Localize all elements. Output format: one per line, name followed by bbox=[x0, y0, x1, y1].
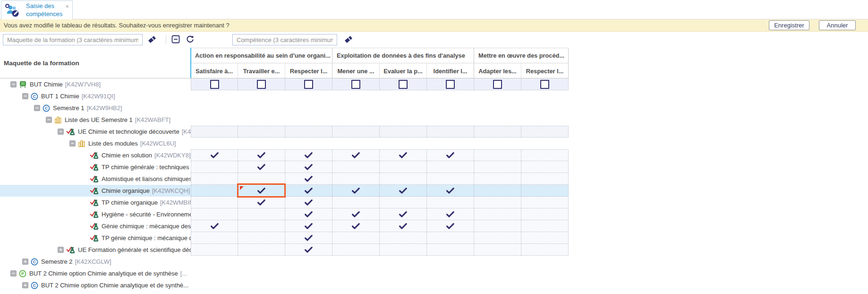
competency-cell[interactable] bbox=[191, 197, 238, 208]
refresh-icon[interactable] bbox=[186, 35, 195, 44]
competency-cell[interactable] bbox=[285, 173, 332, 185]
tree-item-liste-des-ue-semestre-1[interactable]: −Liste des UE Semestre 1[K42WABFT] bbox=[0, 114, 191, 126]
competency-checkbox[interactable] bbox=[257, 80, 266, 89]
competency-cell[interactable] bbox=[285, 197, 332, 208]
tree-item-tp-chimie-organique[interactable]: TP chimie organique[K42WMBIM] bbox=[0, 197, 191, 208]
competency-checkbox[interactable] bbox=[304, 80, 313, 89]
collapse-all-icon[interactable] bbox=[171, 35, 180, 43]
competency-cell[interactable] bbox=[474, 220, 521, 232]
competency-cell[interactable] bbox=[427, 126, 474, 138]
competency-cell[interactable] bbox=[380, 232, 427, 244]
competency-cell[interactable] bbox=[427, 244, 474, 256]
competency-cell[interactable] bbox=[521, 173, 569, 185]
competency-cell[interactable] bbox=[191, 185, 238, 197]
competency-cell[interactable] bbox=[427, 197, 474, 208]
competency-cell[interactable] bbox=[238, 197, 285, 208]
competency-cell[interactable] bbox=[332, 161, 380, 173]
tree-item-liste-des-modules[interactable]: −Liste des modules[K42WCL6U] bbox=[0, 138, 191, 149]
competency-cell[interactable] bbox=[285, 232, 332, 244]
competency-cell[interactable] bbox=[427, 232, 474, 244]
competency-cell[interactable] bbox=[191, 173, 238, 185]
competency-cell[interactable] bbox=[238, 149, 285, 161]
tree-item-semestre-1[interactable]: −CSemestre 1[K42W9HB2] bbox=[0, 102, 191, 114]
collapse-node-icon[interactable]: − bbox=[10, 81, 17, 87]
competency-cell[interactable] bbox=[191, 220, 238, 232]
competency-checkbox[interactable] bbox=[210, 80, 219, 89]
competency-cell[interactable] bbox=[238, 244, 285, 256]
competency-cell[interactable] bbox=[332, 173, 380, 185]
tree-item-ue-chimie-et-technologie-d-couverte[interactable]: −UE Chimie et technologie découverte[K42… bbox=[0, 126, 191, 138]
competency-cell[interactable] bbox=[285, 220, 332, 232]
competency-cell[interactable] bbox=[380, 244, 427, 256]
competency-cell[interactable] bbox=[238, 185, 285, 197]
competency-cell[interactable] bbox=[238, 232, 285, 244]
competency-cell[interactable] bbox=[332, 126, 380, 138]
competency-cell[interactable] bbox=[521, 78, 569, 90]
competency-checkbox[interactable] bbox=[351, 80, 360, 89]
tree-item-but-chimie[interactable]: −BUT Chimie[K42W7VH8] bbox=[0, 78, 191, 90]
cancel-button[interactable]: Annuler bbox=[819, 20, 856, 30]
competency-cell[interactable] bbox=[427, 220, 474, 232]
tree-item-hygi-ne-s-curit-environnement[interactable]: Hygiène - sécurité - Environnement[K... bbox=[0, 208, 191, 220]
competency-cell[interactable] bbox=[474, 197, 521, 208]
competency-cell[interactable] bbox=[380, 197, 427, 208]
competency-cell[interactable] bbox=[521, 126, 569, 138]
competency-cell[interactable] bbox=[427, 185, 474, 197]
competency-cell[interactable] bbox=[191, 126, 238, 138]
competency-cell[interactable] bbox=[332, 208, 380, 220]
competency-cell[interactable] bbox=[474, 149, 521, 161]
competency-cell[interactable] bbox=[238, 208, 285, 220]
tree-item-but-2-chimie-option-chimie-analytique-et[interactable]: +CBUT 2 Chimie option Chimie analytique … bbox=[0, 279, 191, 291]
tree-item-semestre-2[interactable]: +CSemestre 2[K42XCGLW] bbox=[0, 256, 191, 268]
tree-item-g-nie-chimique-m-canique-des-fluid[interactable]: Génie chimique : mécanique des fluid... bbox=[0, 220, 191, 232]
save-button[interactable]: Enregistrer bbox=[769, 20, 809, 30]
clear-competence-filter-eraser-icon[interactable] bbox=[344, 35, 353, 44]
competency-cell[interactable] bbox=[191, 208, 238, 220]
competency-cell[interactable] bbox=[332, 185, 380, 197]
competency-cell[interactable] bbox=[380, 173, 427, 185]
competency-cell[interactable] bbox=[521, 149, 569, 161]
tree-item-chimie-organique[interactable]: Chimie organique[K42WKCQH] bbox=[0, 185, 191, 197]
competency-checkbox[interactable] bbox=[399, 80, 408, 89]
competency-cell[interactable] bbox=[191, 78, 238, 90]
competency-cell[interactable] bbox=[380, 78, 427, 90]
competency-cell[interactable] bbox=[474, 173, 521, 185]
tree-item-but-1-chimie[interactable]: −CBUT 1 Chimie[K42W91QI] bbox=[0, 90, 191, 102]
competency-cell[interactable] bbox=[380, 220, 427, 232]
competency-cell[interactable] bbox=[474, 244, 521, 256]
competency-cell[interactable] bbox=[427, 208, 474, 220]
competency-cell[interactable] bbox=[380, 185, 427, 197]
competency-cell[interactable] bbox=[238, 220, 285, 232]
competence-filter-input[interactable] bbox=[232, 34, 337, 45]
competency-cell[interactable] bbox=[191, 232, 238, 244]
collapse-node-icon[interactable]: − bbox=[10, 270, 17, 277]
competency-cell[interactable] bbox=[191, 149, 238, 161]
competency-cell[interactable] bbox=[285, 126, 332, 138]
expand-node-icon[interactable]: + bbox=[22, 282, 28, 288]
competency-cell[interactable] bbox=[474, 185, 521, 197]
maquette-filter-input[interactable] bbox=[3, 34, 143, 45]
competency-cell[interactable] bbox=[521, 197, 569, 208]
competency-cell[interactable] bbox=[332, 220, 380, 232]
competency-cell[interactable] bbox=[332, 232, 380, 244]
competency-cell[interactable] bbox=[285, 208, 332, 220]
competency-cell[interactable] bbox=[285, 161, 332, 173]
competency-cell[interactable] bbox=[521, 185, 569, 197]
competency-cell[interactable] bbox=[285, 149, 332, 161]
competency-cell[interactable] bbox=[427, 78, 474, 90]
competency-cell[interactable] bbox=[238, 173, 285, 185]
competency-cell[interactable] bbox=[191, 244, 238, 256]
competency-cell[interactable] bbox=[191, 161, 238, 173]
collapse-node-icon[interactable]: − bbox=[34, 105, 40, 111]
collapse-node-icon[interactable]: − bbox=[22, 93, 28, 99]
competency-cell[interactable] bbox=[474, 208, 521, 220]
competency-cell[interactable] bbox=[285, 78, 332, 90]
competency-cell[interactable] bbox=[427, 149, 474, 161]
tree-item-but-2-chimie-option-chimie-analytique-et[interactable]: −PBUT 2 Chimie option Chimie analytique … bbox=[0, 268, 191, 279]
tree-item-chimie-en-solution[interactable]: Chimie en solution[K42WDKY8] bbox=[0, 149, 191, 161]
tree-item-atomistique-et-liaisons-chimiques[interactable]: Atomistique et liaisons chimiques[K4... bbox=[0, 173, 191, 185]
competency-cell[interactable] bbox=[380, 161, 427, 173]
tab-saisie-des-competences[interactable]: Saisie des compétences × bbox=[1, 0, 73, 19]
competency-checkbox[interactable] bbox=[540, 80, 549, 89]
competency-cell[interactable] bbox=[521, 208, 569, 220]
